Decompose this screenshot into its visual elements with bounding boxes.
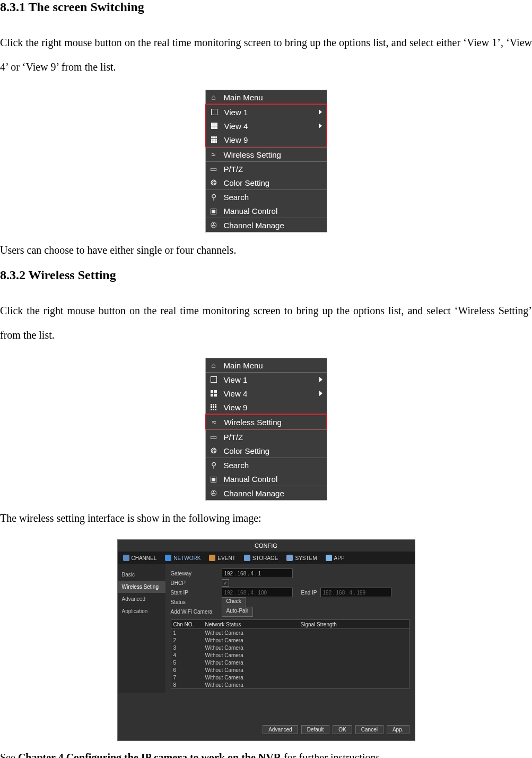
- menu-item-view1[interactable]: View 1: [206, 372, 327, 386]
- menu-item-main-menu[interactable]: ⌂ Main Menu: [206, 358, 327, 372]
- table-row[interactable]: 8Without Camera: [171, 681, 409, 689]
- chevron-right-icon: [319, 377, 322, 382]
- config-tabs: CHANNEL NETWORK EVENT STORAGE SYSTEM APP: [118, 552, 415, 564]
- menu-label-main-menu: Main Menu: [224, 361, 324, 370]
- label-add-wifi-camera: Add WiFi Camera: [171, 609, 219, 615]
- cell-chn-no: 4: [171, 652, 205, 658]
- table-row[interactable]: 4Without Camera: [171, 651, 409, 659]
- menu-item-color[interactable]: ❂ Color Setting: [206, 176, 327, 190]
- th-network-status: Network Status: [205, 622, 301, 627]
- cell-network-status: Without Camera: [205, 675, 301, 681]
- chevron-right-icon: [319, 109, 322, 115]
- cell-chn-no: 8: [171, 682, 205, 688]
- table-row[interactable]: 7Without Camera: [171, 674, 409, 681]
- menu-label-search: Search: [224, 461, 324, 470]
- menu-item-view4[interactable]: View 4: [206, 119, 326, 133]
- context-menu-wireless: ⌂ Main Menu View 1 View 4 View 9 ≈ Wirel…: [205, 358, 327, 501]
- label-dhcp: DHCP: [171, 580, 219, 586]
- system-tab-icon: [286, 555, 293, 561]
- menu-item-manual-control[interactable]: ▣ Manual Control: [206, 472, 327, 486]
- tab-channel[interactable]: CHANNEL: [120, 552, 160, 564]
- home-icon: ⌂: [209, 92, 219, 102]
- cell-chn-no: 3: [171, 645, 205, 651]
- menu-label-view9: View 9: [224, 135, 323, 144]
- menu-item-search[interactable]: ⚲ Search: [206, 190, 327, 204]
- table-row[interactable]: 5Without Camera: [171, 659, 409, 666]
- table-row[interactable]: 2Without Camera: [171, 636, 409, 644]
- cell-network-status: Without Camera: [205, 638, 301, 643]
- config-footer: Advanced Default OK Cancel App.: [118, 693, 415, 736]
- menu-item-wireless[interactable]: ≈ Wireless Setting: [206, 415, 326, 429]
- tab-storage[interactable]: STORAGE: [241, 552, 282, 564]
- side-item-basic[interactable]: Basic: [118, 568, 165, 581]
- cancel-button[interactable]: Cancel: [355, 725, 383, 734]
- side-item-advanced[interactable]: Advanced: [118, 593, 165, 605]
- menu-item-manual-control[interactable]: ▣ Manual Control: [206, 204, 327, 218]
- menu-label-color: Color Setting: [224, 446, 324, 455]
- view1-icon: [210, 107, 219, 117]
- manual-icon: ▣: [209, 206, 219, 216]
- home-icon: ⌂: [209, 360, 219, 370]
- cell-chn-no: 5: [171, 660, 205, 666]
- menu-item-channel-manage[interactable]: ✇ Channel Manage: [206, 218, 327, 232]
- table-row[interactable]: 1Without Camera: [171, 629, 409, 636]
- tab-label-event: EVENT: [217, 555, 235, 561]
- menu-label-main-menu: Main Menu: [224, 93, 324, 102]
- menu-item-view9[interactable]: View 9: [206, 400, 327, 414]
- th-signal-strength: Signal Strength: [301, 622, 409, 627]
- menu-label-ptz: P/T/Z: [224, 165, 324, 174]
- channel-icon: ✇: [209, 220, 219, 230]
- view4-icon: [210, 121, 219, 131]
- menu-item-view9[interactable]: View 9: [206, 133, 326, 147]
- view9-icon: [210, 135, 219, 144]
- menu-item-view4[interactable]: View 4: [206, 386, 327, 400]
- paragraph-831-intro: Click the right mouse button on the real…: [0, 30, 532, 79]
- para3-suffix: for further instructions.: [281, 752, 382, 758]
- cell-network-status: Without Camera: [205, 660, 301, 666]
- menu-item-ptz[interactable]: ▭ P/T/Z: [206, 161, 327, 176]
- network-tab-icon: [165, 555, 171, 561]
- tab-label-system: SYSTEM: [295, 555, 317, 561]
- menu-label-view9: View 9: [224, 403, 324, 412]
- checkbox-dhcp[interactable]: ✓: [222, 579, 229, 587]
- menu-item-view1[interactable]: View 1: [206, 105, 326, 119]
- config-side-nav: Basic Wireless Seting Advanced Applicati…: [118, 564, 165, 693]
- menu-item-channel-manage[interactable]: ✇ Channel Manage: [206, 486, 327, 500]
- paragraph-832-footer: See Chapter 4 Configuring the IP camera …: [0, 752, 532, 758]
- app-tab-icon: [326, 555, 332, 561]
- menu-label-wireless: Wireless Setting: [224, 418, 323, 427]
- cell-network-status: Without Camera: [205, 630, 301, 636]
- context-menu-view: ⌂ Main Menu View 1 View 4 View 9 ≈ Wirel…: [205, 90, 327, 232]
- check-button[interactable]: Check: [222, 597, 246, 607]
- menu-label-ptz: P/T/Z: [224, 433, 324, 442]
- ok-button[interactable]: OK: [333, 725, 352, 734]
- label-status: Status: [171, 599, 219, 605]
- table-row[interactable]: 3Without Camera: [171, 644, 409, 651]
- advanced-button[interactable]: Advanced: [263, 725, 298, 734]
- storage-tab-icon: [244, 555, 250, 561]
- paragraph-832-interface-note: The wireless setting interface is show i…: [0, 512, 532, 524]
- tab-system[interactable]: SYSTEM: [283, 552, 320, 564]
- search-icon: ⚲: [209, 460, 219, 470]
- table-row[interactable]: 6Without Camera: [171, 666, 409, 674]
- menu-item-wireless[interactable]: ≈ Wireless Setting: [206, 147, 327, 161]
- input-end-ip[interactable]: 192 . 168 . 4 . 199: [320, 588, 391, 597]
- app-button[interactable]: App.: [387, 725, 409, 734]
- side-item-application[interactable]: Application: [118, 605, 165, 617]
- menu-item-main-menu[interactable]: ⌂ Main Menu: [206, 90, 327, 104]
- menu-item-color[interactable]: ❂ Color Setting: [206, 444, 327, 458]
- tab-event[interactable]: EVENT: [206, 552, 238, 564]
- menu-item-search[interactable]: ⚲ Search: [206, 458, 327, 472]
- side-item-wireless[interactable]: Wireless Seting: [118, 581, 165, 593]
- chevron-right-icon: [319, 123, 322, 128]
- input-gateway[interactable]: 192 . 168 . 4 . 1: [222, 568, 293, 578]
- default-button[interactable]: Default: [301, 725, 330, 734]
- menu-item-ptz[interactable]: ▭ P/T/Z: [206, 429, 327, 444]
- tab-app[interactable]: APP: [322, 552, 348, 564]
- ptz-icon: ▭: [209, 164, 219, 174]
- auto-pair-button[interactable]: Auto-Pair: [222, 607, 254, 617]
- tab-network[interactable]: NETWORK: [162, 552, 204, 564]
- input-start-ip[interactable]: 192 . 168 . 4 . 100: [222, 588, 293, 597]
- config-title: CONFIG: [118, 540, 415, 552]
- config-main-panel: Gateway 192 . 168 . 4 . 1 DHCP ✓ Start I…: [165, 564, 415, 693]
